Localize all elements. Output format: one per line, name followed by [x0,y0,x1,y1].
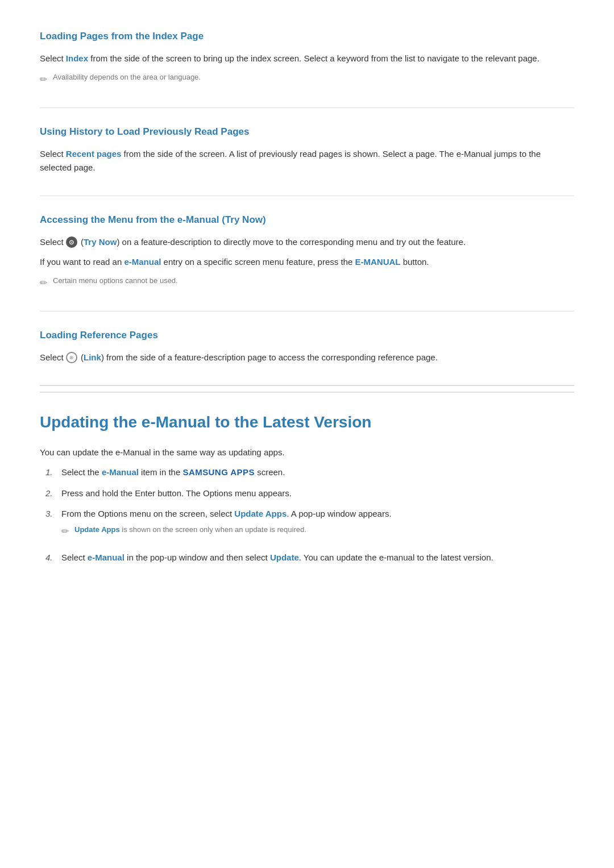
section-title-loading-reference: Loading Reference Pages [40,327,574,343]
para-loading-index: Select Index from the side of the screen… [40,52,574,66]
section-using-history: Using History to Load Previously Read Pa… [40,124,574,176]
section-updating-emanual: Updating the e-Manual to the Latest Vers… [40,392,574,564]
note-text-update-apps: Update Apps is shown on the screen only … [74,524,306,535]
divider-2 [40,196,574,196]
step-content-1: Select the e-Manual item in the SAMSUNG … [61,466,574,480]
step-number-2: 2. [45,487,61,501]
link-icon: ⊕ [66,352,77,363]
step-number-1: 1. [45,466,61,480]
highlight-recent-pages: Recent pages [66,149,122,159]
note-box-update-apps: ✏ Update Apps is shown on the screen onl… [61,524,306,539]
para-accessing-menu-2: If you want to read an e-Manual entry on… [40,255,574,269]
page-content: Loading Pages from the Index Page Select… [0,0,614,868]
para-using-history: Select Recent pages from the side of the… [40,147,574,176]
step-number-3: 3. [45,507,61,521]
highlight-update-apps: Update Apps [234,509,287,518]
update-steps-list: 1. Select the e-Manual item in the SAMSU… [45,466,574,564]
highlight-emanual-button: E-MANUAL [355,257,400,267]
step-content-2: Press and hold the Enter button. The Opt… [61,487,574,501]
step-3: 3. From the Options menu on the screen, … [45,507,574,543]
para-updating-intro: You can update the e-Manual in the same … [40,446,574,460]
highlight-emanual-1: e-Manual [124,257,161,267]
highlight-emanual-3: e-Manual [88,553,125,562]
para-loading-reference: Select ⊕ (Link) from the side of a featu… [40,351,574,365]
note-text-menu: Certain menu options cannot be used. [53,275,178,287]
note-text-index: Availability depends on the area or lang… [53,72,201,84]
section-loading-index: Loading Pages from the Index Page Select… [40,28,574,87]
pencil-icon-3: ✏ [61,524,69,539]
section-title-updating: Updating the e-Manual to the Latest Vers… [40,392,574,435]
section-accessing-menu: Accessing the Menu from the e-Manual (Tr… [40,212,574,290]
note-box-menu: ✏ Certain menu options cannot be used. [40,275,574,290]
step-content-4: Select e-Manual in the pop-up window and… [61,551,574,565]
try-now-icon: ⊙ [66,236,77,248]
highlight-emanual-2: e-Manual [102,467,139,477]
pencil-icon-1: ✏ [40,72,47,87]
section-title-using-history: Using History to Load Previously Read Pa… [40,124,574,139]
para-accessing-menu-1: Select ⊙ (Try Now) on a feature-descript… [40,235,574,250]
section-separator-main [40,385,574,386]
highlight-samsung-apps: SAMSUNG APPS [182,467,255,477]
step-1: 1. Select the e-Manual item in the SAMSU… [45,466,574,480]
highlight-try-now: Try Now [84,237,117,247]
highlight-update: Update [270,553,299,562]
section-loading-reference: Loading Reference Pages Select ⊕ (Link) … [40,327,574,365]
divider-3 [40,311,574,312]
highlight-link: Link [84,352,101,362]
step-number-4: 4. [45,551,61,565]
step-4: 4. Select e-Manual in the pop-up window … [45,551,574,565]
divider-1 [40,107,574,108]
pencil-icon-2: ✏ [40,276,47,290]
step-2: 2. Press and hold the Enter button. The … [45,487,574,501]
section-title-loading-index: Loading Pages from the Index Page [40,28,574,44]
note-box-index: ✏ Availability depends on the area or la… [40,72,574,87]
section-title-accessing-menu: Accessing the Menu from the e-Manual (Tr… [40,212,574,227]
highlight-update-apps-note: Update Apps [74,525,120,534]
highlight-index: Index [66,53,88,63]
step-content-3: From the Options menu on the screen, sel… [61,507,574,521]
